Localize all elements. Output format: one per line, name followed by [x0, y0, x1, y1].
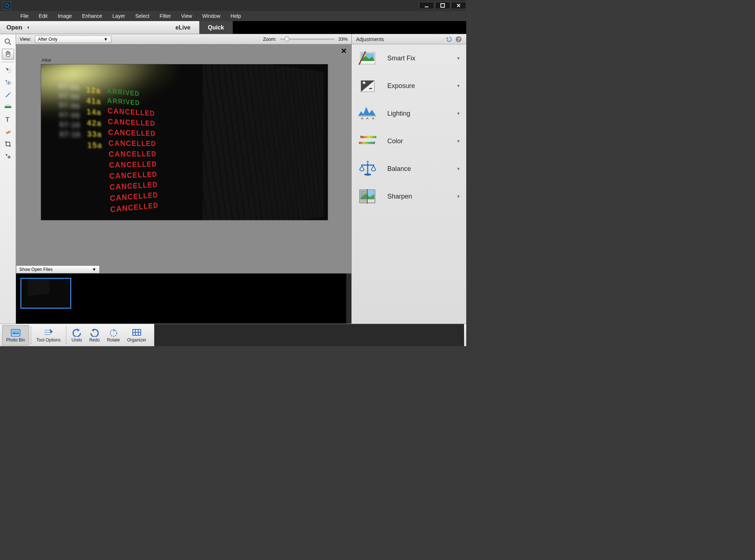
adjustment-label: Lighting [387, 110, 446, 117]
bottom-label: Organizer [127, 337, 146, 343]
move-tool[interactable] [2, 151, 14, 162]
photobin-icon [11, 328, 21, 337]
organizer-icon [132, 328, 142, 337]
tooloptions-button[interactable]: Tool Options [33, 325, 64, 345]
menu-filter[interactable]: Filter [155, 13, 176, 19]
rotate-icon [108, 328, 119, 337]
menu-select[interactable]: Select [130, 13, 155, 19]
svg-text:?: ? [458, 37, 460, 42]
svg-rect-9 [5, 106, 11, 108]
straighten-tool[interactable] [2, 101, 14, 112]
canvas-area: ✕ After 07:00 07:00 07:00 07:05 07:10 07… [16, 44, 351, 324]
tab-elive[interactable]: eLive [167, 21, 199, 34]
bottom-label: Redo [89, 337, 100, 343]
adjustment-label: Exposure [387, 82, 446, 90]
close-document-button[interactable]: ✕ [341, 47, 347, 55]
menu-edit[interactable]: Edit [34, 13, 53, 19]
chevron-down-icon: ▼ [456, 56, 460, 60]
svg-rect-3 [441, 4, 444, 7]
bottom-label: Photo Bin [6, 337, 25, 343]
view-label: View: [20, 36, 31, 42]
rotate-button[interactable]: Rotate [103, 325, 123, 345]
menu-help[interactable]: Help [225, 13, 246, 19]
maximize-button[interactable] [435, 2, 450, 9]
svg-point-10 [6, 105, 7, 106]
svg-text:T: T [5, 116, 9, 123]
menu-file[interactable]: File [15, 13, 34, 19]
bottom-label: Rotate [107, 337, 120, 343]
app-logo [1, 0, 12, 11]
adjustment-label: Balance [387, 165, 446, 173]
adjustment-sharpen[interactable]: Sharpen ▼ [352, 183, 466, 210]
spot-heal-tool[interactable] [2, 126, 14, 137]
svg-rect-25 [369, 88, 372, 89]
zoom-slider[interactable] [280, 39, 335, 40]
minimize-button[interactable] [419, 2, 434, 9]
adjustment-balance[interactable]: Balance ▼ [352, 155, 466, 183]
redo-icon [89, 328, 100, 337]
bottom-label: Tool Options [36, 337, 61, 343]
dropdown-icon: ▼ [104, 37, 108, 42]
tooloptions-icon [43, 328, 53, 337]
adjustment-lighting[interactable]: Lighting ▼ [352, 100, 466, 127]
color-icon [357, 132, 377, 150]
toolstrip: T [0, 34, 16, 324]
smartfix-icon [357, 49, 377, 67]
organizer-button[interactable]: Organizer [123, 325, 150, 345]
close-button[interactable] [451, 2, 466, 9]
zoom-slider-thumb[interactable] [284, 36, 289, 41]
undo-button[interactable]: Undo [68, 325, 86, 345]
tab-quick[interactable]: Quick [199, 21, 233, 34]
menu-image[interactable]: Image [53, 13, 77, 19]
adjustment-smartfix[interactable]: Smart Fix ▼ [352, 44, 466, 72]
svg-rect-2 [425, 7, 428, 7]
dropdown-icon: ▼ [27, 26, 30, 29]
svg-line-5 [9, 43, 11, 45]
menu-view[interactable]: View [176, 13, 197, 19]
chevron-down-icon: ▼ [456, 111, 460, 116]
menu-window[interactable]: Window [197, 13, 225, 19]
adjustment-exposure[interactable]: Exposure ▼ [352, 72, 466, 100]
view-select[interactable]: After Only ▼ [35, 36, 111, 43]
photobin-select[interactable]: Show Open Files ▼ [16, 265, 100, 273]
hand-tool[interactable] [2, 49, 14, 60]
redeye-tool[interactable] [2, 77, 14, 88]
photo-bin-thumbnail[interactable]: 07:0007:05 33a15a CANCELLEDCANCELLEDCANC… [20, 278, 71, 309]
zoom-tool[interactable] [2, 36, 14, 47]
svg-point-12 [9, 105, 10, 106]
zoom-label: Zoom: [263, 36, 276, 42]
chevron-down-icon: ▼ [456, 84, 460, 88]
tab-blank-area [233, 21, 466, 34]
whiten-tool[interactable] [2, 89, 14, 100]
menu-layer[interactable]: Layer [107, 13, 130, 19]
document-canvas[interactable]: 07:00 07:00 07:00 07:05 07:10 07:15 12a … [41, 64, 328, 220]
svg-point-6 [8, 70, 11, 73]
after-label: After [41, 57, 51, 63]
help-icon[interactable]: ? [455, 36, 462, 43]
bottom-toolbar: Photo Bin Tool Options Undo Redo Rotate … [0, 324, 466, 346]
open-label: Open [7, 24, 22, 31]
reset-icon[interactable] [446, 36, 452, 43]
dropdown-icon: ▼ [92, 267, 96, 272]
menu-enhance[interactable]: Enhance [77, 13, 107, 19]
quick-select-tool[interactable] [2, 64, 14, 75]
exposure-icon [357, 77, 377, 95]
photo-bin: 07:0007:05 33a15a CANCELLEDCANCELLEDCANC… [16, 273, 351, 324]
zoom-value: 33% [338, 36, 348, 42]
adjustment-color[interactable]: Color ▼ [352, 127, 466, 155]
open-button[interactable]: Open ▼ [0, 21, 36, 34]
adjustments-title: Adjustments [356, 36, 384, 42]
photobin-button[interactable]: Photo Bin [2, 325, 29, 345]
redo-button[interactable]: Redo [85, 325, 103, 345]
svg-rect-14 [5, 130, 11, 134]
svg-rect-0 [3, 1, 11, 9]
crop-tool[interactable] [2, 139, 14, 149]
adjustment-label: Color [387, 137, 446, 145]
svg-rect-27 [361, 136, 376, 138]
adjustment-label: Sharpen [387, 193, 446, 200]
svg-rect-36 [360, 191, 367, 202]
undo-icon [72, 328, 82, 337]
text-tool[interactable]: T [2, 114, 14, 125]
photo-bin-scrollbar[interactable] [346, 273, 351, 324]
svg-point-8 [8, 82, 9, 84]
